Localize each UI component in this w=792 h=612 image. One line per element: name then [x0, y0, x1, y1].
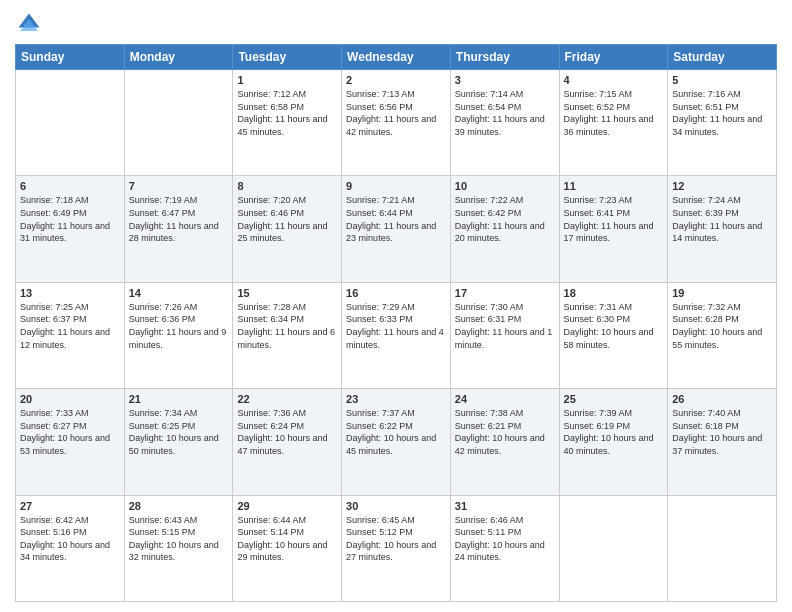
header — [15, 10, 777, 38]
day-number: 31 — [455, 500, 555, 512]
day-number: 12 — [672, 180, 772, 192]
calendar-cell: 24Sunrise: 7:38 AM Sunset: 6:21 PM Dayli… — [450, 389, 559, 495]
day-info: Sunrise: 7:24 AM Sunset: 6:39 PM Dayligh… — [672, 194, 772, 244]
day-info: Sunrise: 7:31 AM Sunset: 6:30 PM Dayligh… — [564, 301, 664, 351]
logo — [15, 10, 47, 38]
day-number: 13 — [20, 287, 120, 299]
day-number: 8 — [237, 180, 337, 192]
weekday-header: Thursday — [450, 45, 559, 70]
day-info: Sunrise: 6:44 AM Sunset: 5:14 PM Dayligh… — [237, 514, 337, 564]
day-info: Sunrise: 7:18 AM Sunset: 6:49 PM Dayligh… — [20, 194, 120, 244]
day-info: Sunrise: 7:38 AM Sunset: 6:21 PM Dayligh… — [455, 407, 555, 457]
calendar-cell — [668, 495, 777, 601]
calendar-cell: 6Sunrise: 7:18 AM Sunset: 6:49 PM Daylig… — [16, 176, 125, 282]
calendar-cell: 21Sunrise: 7:34 AM Sunset: 6:25 PM Dayli… — [124, 389, 233, 495]
day-number: 16 — [346, 287, 446, 299]
day-number: 30 — [346, 500, 446, 512]
day-info: Sunrise: 6:42 AM Sunset: 5:16 PM Dayligh… — [20, 514, 120, 564]
calendar-cell: 4Sunrise: 7:15 AM Sunset: 6:52 PM Daylig… — [559, 70, 668, 176]
calendar-cell: 23Sunrise: 7:37 AM Sunset: 6:22 PM Dayli… — [342, 389, 451, 495]
calendar-cell: 19Sunrise: 7:32 AM Sunset: 6:28 PM Dayli… — [668, 282, 777, 388]
weekday-header: Sunday — [16, 45, 125, 70]
day-number: 22 — [237, 393, 337, 405]
calendar-cell: 11Sunrise: 7:23 AM Sunset: 6:41 PM Dayli… — [559, 176, 668, 282]
weekday-header: Friday — [559, 45, 668, 70]
day-number: 28 — [129, 500, 229, 512]
calendar-cell: 3Sunrise: 7:14 AM Sunset: 6:54 PM Daylig… — [450, 70, 559, 176]
day-info: Sunrise: 7:15 AM Sunset: 6:52 PM Dayligh… — [564, 88, 664, 138]
calendar-cell: 30Sunrise: 6:45 AM Sunset: 5:12 PM Dayli… — [342, 495, 451, 601]
day-number: 4 — [564, 74, 664, 86]
day-info: Sunrise: 7:16 AM Sunset: 6:51 PM Dayligh… — [672, 88, 772, 138]
calendar-cell: 22Sunrise: 7:36 AM Sunset: 6:24 PM Dayli… — [233, 389, 342, 495]
day-number: 7 — [129, 180, 229, 192]
day-number: 24 — [455, 393, 555, 405]
calendar-cell: 2Sunrise: 7:13 AM Sunset: 6:56 PM Daylig… — [342, 70, 451, 176]
calendar-cell: 14Sunrise: 7:26 AM Sunset: 6:36 PM Dayli… — [124, 282, 233, 388]
day-number: 25 — [564, 393, 664, 405]
calendar-cell: 27Sunrise: 6:42 AM Sunset: 5:16 PM Dayli… — [16, 495, 125, 601]
calendar-cell — [559, 495, 668, 601]
day-number: 17 — [455, 287, 555, 299]
day-info: Sunrise: 7:29 AM Sunset: 6:33 PM Dayligh… — [346, 301, 446, 351]
page: SundayMondayTuesdayWednesdayThursdayFrid… — [0, 0, 792, 612]
day-info: Sunrise: 7:22 AM Sunset: 6:42 PM Dayligh… — [455, 194, 555, 244]
day-info: Sunrise: 6:45 AM Sunset: 5:12 PM Dayligh… — [346, 514, 446, 564]
day-info: Sunrise: 7:28 AM Sunset: 6:34 PM Dayligh… — [237, 301, 337, 351]
weekday-header: Monday — [124, 45, 233, 70]
calendar-cell: 16Sunrise: 7:29 AM Sunset: 6:33 PM Dayli… — [342, 282, 451, 388]
calendar-cell: 12Sunrise: 7:24 AM Sunset: 6:39 PM Dayli… — [668, 176, 777, 282]
calendar-cell: 7Sunrise: 7:19 AM Sunset: 6:47 PM Daylig… — [124, 176, 233, 282]
calendar-cell: 17Sunrise: 7:30 AM Sunset: 6:31 PM Dayli… — [450, 282, 559, 388]
calendar-cell — [124, 70, 233, 176]
calendar-cell: 20Sunrise: 7:33 AM Sunset: 6:27 PM Dayli… — [16, 389, 125, 495]
day-number: 11 — [564, 180, 664, 192]
calendar-cell: 8Sunrise: 7:20 AM Sunset: 6:46 PM Daylig… — [233, 176, 342, 282]
day-info: Sunrise: 7:21 AM Sunset: 6:44 PM Dayligh… — [346, 194, 446, 244]
day-info: Sunrise: 6:46 AM Sunset: 5:11 PM Dayligh… — [455, 514, 555, 564]
day-number: 23 — [346, 393, 446, 405]
day-info: Sunrise: 7:26 AM Sunset: 6:36 PM Dayligh… — [129, 301, 229, 351]
calendar-cell: 9Sunrise: 7:21 AM Sunset: 6:44 PM Daylig… — [342, 176, 451, 282]
day-number: 20 — [20, 393, 120, 405]
day-info: Sunrise: 7:37 AM Sunset: 6:22 PM Dayligh… — [346, 407, 446, 457]
day-info: Sunrise: 7:13 AM Sunset: 6:56 PM Dayligh… — [346, 88, 446, 138]
day-number: 29 — [237, 500, 337, 512]
day-number: 19 — [672, 287, 772, 299]
calendar-cell: 26Sunrise: 7:40 AM Sunset: 6:18 PM Dayli… — [668, 389, 777, 495]
day-info: Sunrise: 7:12 AM Sunset: 6:58 PM Dayligh… — [237, 88, 337, 138]
day-number: 18 — [564, 287, 664, 299]
day-info: Sunrise: 7:23 AM Sunset: 6:41 PM Dayligh… — [564, 194, 664, 244]
day-number: 6 — [20, 180, 120, 192]
weekday-header: Wednesday — [342, 45, 451, 70]
day-number: 10 — [455, 180, 555, 192]
calendar-cell: 5Sunrise: 7:16 AM Sunset: 6:51 PM Daylig… — [668, 70, 777, 176]
day-info: Sunrise: 7:33 AM Sunset: 6:27 PM Dayligh… — [20, 407, 120, 457]
day-info: Sunrise: 7:20 AM Sunset: 6:46 PM Dayligh… — [237, 194, 337, 244]
day-number: 27 — [20, 500, 120, 512]
day-info: Sunrise: 7:40 AM Sunset: 6:18 PM Dayligh… — [672, 407, 772, 457]
calendar-cell: 31Sunrise: 6:46 AM Sunset: 5:11 PM Dayli… — [450, 495, 559, 601]
day-info: Sunrise: 7:30 AM Sunset: 6:31 PM Dayligh… — [455, 301, 555, 351]
calendar-cell: 29Sunrise: 6:44 AM Sunset: 5:14 PM Dayli… — [233, 495, 342, 601]
weekday-header: Saturday — [668, 45, 777, 70]
day-info: Sunrise: 7:19 AM Sunset: 6:47 PM Dayligh… — [129, 194, 229, 244]
calendar-cell: 15Sunrise: 7:28 AM Sunset: 6:34 PM Dayli… — [233, 282, 342, 388]
day-info: Sunrise: 7:34 AM Sunset: 6:25 PM Dayligh… — [129, 407, 229, 457]
day-number: 3 — [455, 74, 555, 86]
day-number: 2 — [346, 74, 446, 86]
calendar-cell: 28Sunrise: 6:43 AM Sunset: 5:15 PM Dayli… — [124, 495, 233, 601]
calendar-cell — [16, 70, 125, 176]
calendar-cell: 25Sunrise: 7:39 AM Sunset: 6:19 PM Dayli… — [559, 389, 668, 495]
day-number: 26 — [672, 393, 772, 405]
calendar-cell: 13Sunrise: 7:25 AM Sunset: 6:37 PM Dayli… — [16, 282, 125, 388]
logo-icon — [15, 10, 43, 38]
day-info: Sunrise: 6:43 AM Sunset: 5:15 PM Dayligh… — [129, 514, 229, 564]
calendar-table: SundayMondayTuesdayWednesdayThursdayFrid… — [15, 44, 777, 602]
day-info: Sunrise: 7:32 AM Sunset: 6:28 PM Dayligh… — [672, 301, 772, 351]
day-number: 21 — [129, 393, 229, 405]
day-number: 9 — [346, 180, 446, 192]
day-number: 1 — [237, 74, 337, 86]
calendar-cell: 1Sunrise: 7:12 AM Sunset: 6:58 PM Daylig… — [233, 70, 342, 176]
weekday-header: Tuesday — [233, 45, 342, 70]
